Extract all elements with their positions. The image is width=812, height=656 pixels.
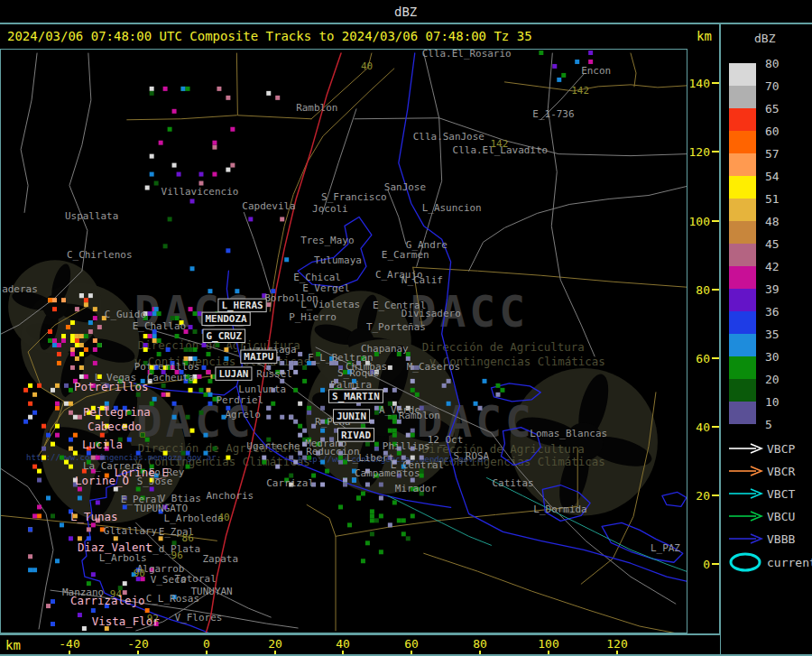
locality-label-pink: Carrizalejo (70, 594, 144, 607)
place-label: Jocoli (312, 203, 348, 215)
dbz-scale-value: 45 (765, 237, 780, 251)
place-label: L_Dormida (533, 504, 586, 515)
place-label: Agrelo (225, 409, 261, 420)
place-label: Clla.El_Rosario (422, 50, 512, 60)
dbz-scale-value: 80 (765, 57, 780, 70)
place-label: E_Challao (133, 320, 186, 332)
place-label: Divisadero (401, 308, 461, 319)
y-axis-tick (712, 563, 719, 565)
dacc-text-watermark: DACCDirección de Agriculturay Contingenc… (411, 287, 605, 368)
city-label-boxed: JUNIN (334, 410, 370, 422)
boundary-line (548, 53, 595, 356)
place-label: L_Violetas (300, 299, 360, 310)
legend-separator-line (719, 24, 721, 654)
boundary-line (388, 190, 406, 245)
vbcp-arrow-icon (727, 441, 767, 456)
route-number-label: 40 (361, 60, 373, 72)
legend-dbz-title: dBZ (754, 32, 775, 45)
dbz-scale-value: 5 (765, 418, 772, 431)
place-label: C_L_Rosas (146, 593, 199, 605)
locality-label-pink: Potrerillos (74, 380, 148, 393)
place-label: Ramblon (296, 102, 337, 114)
y-axis-tick-label: 60 (687, 352, 710, 365)
vbcu-arrow-icon (727, 509, 767, 523)
place-label: Gltallary (104, 525, 158, 537)
road-line (127, 115, 237, 120)
y-axis-tick (712, 357, 719, 359)
dbz-scale-value: 39 (765, 282, 780, 296)
locality-label-pink: Lucila (82, 438, 123, 451)
boundary-line (469, 187, 687, 272)
dbz-scale-segment (729, 266, 756, 289)
x-axis-tick-label: 120 (595, 637, 639, 651)
city-label-boxed: S_MARTIN (329, 390, 383, 402)
vbct-arrow-icon (727, 486, 767, 501)
place-label: V_Flores (175, 612, 223, 624)
place-label: Russel (256, 368, 292, 380)
place-label: 12_Oct (428, 434, 464, 446)
dbz-scale-segment (729, 402, 756, 424)
radar-echo-cluster (338, 487, 424, 564)
locality-label-pink: Diaz_Valent (78, 541, 152, 554)
place-label: SanJose (384, 181, 426, 193)
place-label: Anchoris (206, 490, 254, 502)
current-cell-icon (727, 551, 767, 573)
dbz-scale-segment (729, 311, 756, 334)
legend-panel: dBZ 807065605754514845423936353020105VBC… (722, 24, 812, 654)
road-line (631, 53, 636, 87)
road-line (504, 82, 686, 91)
place-label: S_Francisco (321, 191, 387, 203)
title-row: 2024/03/06 07:48:00 UTC Composite Tracks… (0, 24, 812, 49)
svg-text:JUNIN: JUNIN (337, 411, 366, 422)
route-number-label: 40 (217, 512, 229, 523)
y-axis-tick-label: 40 (687, 420, 710, 434)
route-number-label: 86 (182, 532, 194, 544)
city-label-boxed: MENDOZA (202, 312, 250, 325)
y-axis-tick-label: 140 (687, 77, 710, 90)
track-legend-label: VBBB (767, 532, 795, 546)
y-axis-tick (712, 220, 719, 222)
place-label: Perdriel (216, 394, 263, 406)
place-label: C_Chirlenos (67, 249, 133, 261)
place-label: N_Calif (401, 274, 443, 286)
place-label: Mirador (395, 483, 438, 494)
radar-map-area[interactable]: DACCDirección de Agriculturay Contingenc… (0, 49, 687, 633)
y-axis-tick (712, 82, 719, 84)
dbz-scale-value: 10 (765, 395, 780, 409)
vbbb-arrow-icon (727, 531, 767, 546)
place-label: T_Porteñas (366, 321, 426, 333)
city-label-boxed: LUJAN (216, 367, 252, 380)
place-label: E_1-736 (532, 108, 574, 120)
place-label: Totoral (175, 573, 217, 585)
route-number-label: 96 (171, 550, 183, 561)
place-label: Encon (581, 65, 611, 77)
dbz-scale-segment (729, 244, 756, 266)
dbz-scale-segment (729, 334, 756, 356)
locality-label-pink: Vista_Flor (92, 614, 160, 628)
y-axis-tick-label: 20 (687, 489, 710, 503)
radar-map-svg: DACCDirección de Agriculturay Contingenc… (1, 50, 687, 633)
place-label: L_Asuncion (422, 202, 482, 214)
dbz-scale-value: 35 (765, 328, 780, 341)
locality-label-pink: Pellegrina (83, 405, 151, 419)
dbz-scale-segment (729, 86, 756, 108)
vbcr-arrow-icon (727, 464, 767, 478)
dbz-scale-value: 70 (765, 79, 780, 93)
radar-app-window: dBZ 2024/03/06 07:48:00 UTC Composite Tr… (0, 0, 812, 656)
dbz-scale-segment (729, 63, 756, 86)
road-line (307, 504, 336, 631)
route-number-label: 90 (134, 568, 145, 579)
place-label: Lomas_Blancas (530, 428, 607, 439)
x-axis-tick-label: 80 (458, 637, 502, 651)
city-label-boxed: G_CRUZ (203, 329, 245, 342)
svg-text:L_HERAS: L_HERAS (221, 300, 263, 311)
locality-label-pink: L_Tunas (70, 510, 117, 523)
track-legend-label: VBCR (767, 465, 795, 478)
dbz-scale-value: 57 (765, 147, 780, 161)
place-label: Ramblon (399, 410, 440, 421)
track-legend-label: VBCP (767, 442, 795, 456)
place-label: S_ROSA (454, 450, 490, 462)
place-label: Zapata (202, 553, 238, 565)
y-axis-tick (712, 151, 719, 152)
y-axis-tick-label: 0 (687, 558, 710, 571)
